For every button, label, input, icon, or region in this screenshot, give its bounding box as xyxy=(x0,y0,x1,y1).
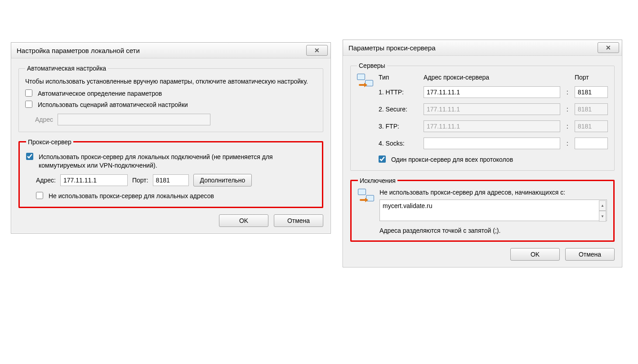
ok-button[interactable]: OK xyxy=(219,214,268,227)
row-secure-port[interactable] xyxy=(575,103,608,115)
proxy-port-input[interactable] xyxy=(153,174,189,186)
use-script-label: Использовать сценарий автоматической нас… xyxy=(38,101,188,109)
same-proxy-checkbox[interactable] xyxy=(379,155,386,163)
exceptions-note: Не использовать прокси-сервер для адресо… xyxy=(379,189,607,196)
row-http-port[interactable] xyxy=(575,86,608,98)
proxy-legend: Прокси-сервер xyxy=(26,138,73,146)
row-ftp-label: 3. FTP: xyxy=(379,123,419,130)
row-socks-port[interactable] xyxy=(575,138,608,149)
bypass-local-label: Не использовать прокси-сервер для локаль… xyxy=(49,192,214,200)
titlebar: Параметры прокси-сервера ✕ xyxy=(343,40,622,56)
close-icon[interactable]: ✕ xyxy=(306,45,328,56)
servers-legend: Серверы xyxy=(357,62,387,69)
row-secure-addr[interactable] xyxy=(424,103,560,115)
col-type-header: Тип xyxy=(379,74,419,81)
proxy-address-label: Адрес: xyxy=(36,177,56,184)
ok-button[interactable]: OK xyxy=(510,248,560,261)
use-script-checkbox[interactable] xyxy=(25,101,32,108)
exceptions-hint: Адреса разделяются точкой с запятой (;). xyxy=(379,227,607,234)
cancel-button[interactable]: Отмена xyxy=(565,248,615,261)
row-socks-addr[interactable] xyxy=(424,138,560,149)
bypass-local-checkbox[interactable] xyxy=(36,192,43,199)
network-icon xyxy=(358,189,375,206)
auto-detect-checkbox[interactable] xyxy=(25,89,32,97)
row-socks-label: 4. Socks: xyxy=(379,140,419,147)
use-proxy-label: Использовать прокси-сервер для локальных… xyxy=(39,153,316,170)
servers-group: Серверы Тип Адрес прокси-сервера Порт 1.… xyxy=(350,62,615,171)
textarea-scroll[interactable]: ▲▼ xyxy=(599,200,606,222)
script-address-input[interactable] xyxy=(58,114,210,125)
cancel-button[interactable]: Отмена xyxy=(274,214,323,227)
use-proxy-checkbox[interactable] xyxy=(26,153,33,160)
close-icon[interactable]: ✕ xyxy=(598,42,619,53)
proxy-address-input[interactable] xyxy=(60,174,128,186)
auto-config-group: Автоматическая настройка Чтобы использов… xyxy=(18,65,323,132)
dialog-title: Настройка параметров локальной сети xyxy=(17,47,140,54)
exceptions-textarea[interactable] xyxy=(379,200,607,221)
titlebar: Настройка параметров локальной сети ✕ xyxy=(11,43,330,58)
proxy-params-dialog: Параметры прокси-сервера ✕ Серверы Тип А… xyxy=(343,40,622,267)
proxy-server-group: Прокси-сервер Использовать прокси-сервер… xyxy=(18,138,323,209)
auto-detect-label: Автоматическое определение параметров xyxy=(38,89,162,98)
dialog-title: Параметры прокси-сервера xyxy=(348,44,436,52)
auto-config-note: Чтобы использовать установленные вручную… xyxy=(25,77,317,86)
col-port-header: Порт xyxy=(575,74,608,81)
exceptions-legend: Исключения xyxy=(358,177,397,184)
script-address-label: Адрес xyxy=(35,116,53,123)
row-http-addr[interactable] xyxy=(424,86,560,98)
row-secure-label: 2. Secure: xyxy=(379,106,419,113)
col-addr-header: Адрес прокси-сервера xyxy=(424,74,560,81)
exceptions-group: Исключения Не использовать прокси-сервер… xyxy=(350,177,615,242)
advanced-button[interactable]: Дополнительно xyxy=(193,174,252,186)
row-ftp-addr[interactable] xyxy=(424,120,560,132)
lan-settings-dialog: Настройка параметров локальной сети ✕ Ав… xyxy=(11,42,331,234)
proxy-port-label: Порт: xyxy=(132,177,148,184)
auto-config-legend: Автоматическая настройка xyxy=(25,65,108,72)
same-proxy-label: Один прокси-сервер для всех протоколов xyxy=(391,155,513,164)
row-ftp-port[interactable] xyxy=(575,120,608,132)
row-http-label: 1. HTTP: xyxy=(379,89,419,96)
network-icon xyxy=(357,74,374,91)
